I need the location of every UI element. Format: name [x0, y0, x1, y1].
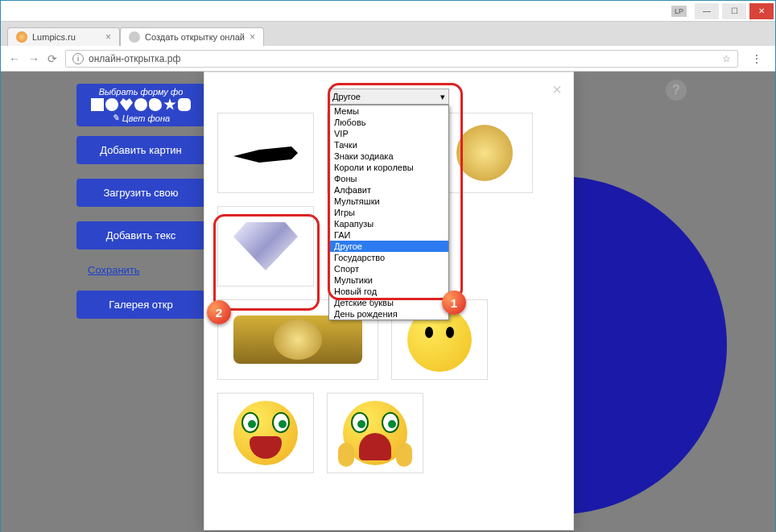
add-text-button[interactable]: Добавить текс	[76, 221, 205, 250]
shape-heart-icon[interactable]	[120, 98, 133, 111]
shape-blob-icon[interactable]	[149, 98, 162, 111]
shape-panel-title: Выбрать форму фо	[81, 87, 200, 97]
image-picker-modal: × Другое ▾ Мемы Любовь VIP Тачки Знаки з…	[204, 72, 574, 530]
background-color-link[interactable]: ✎ Цвет фона	[81, 113, 200, 123]
url-bar: ← → ⟳ i онлайн-открытка.рф ☆ ⋮	[1, 46, 775, 72]
bookmark-icon[interactable]: ☆	[722, 53, 731, 64]
dropdown-option[interactable]: Спорт	[329, 263, 448, 274]
browser-window: LP — ☐ ✕ Lumpics.ru × Создать открытку о…	[0, 0, 776, 532]
dropdown-option[interactable]: Алфавит	[329, 184, 448, 196]
shape-selector-panel[interactable]: Выбрать форму фо ✎ Цвет фона	[76, 84, 205, 126]
chevron-down-icon: ▾	[440, 92, 445, 102]
dropdown-option[interactable]: Мемы	[329, 105, 448, 117]
tab-title: Lumpics.ru	[32, 32, 76, 42]
dropdown-option[interactable]: Игры	[329, 207, 448, 218]
championship-belt-icon	[233, 315, 362, 364]
select-value: Другое	[332, 92, 361, 101]
dropdown-option[interactable]: Новый год	[329, 286, 448, 297]
back-button[interactable]: ←	[9, 52, 20, 65]
category-select[interactable]: Другое ▾	[328, 89, 449, 105]
tab-title: Создать открытку онлай	[145, 32, 245, 42]
gallery-button[interactable]: Галерея откр	[76, 291, 205, 319]
dropdown-option[interactable]: День рождения	[329, 308, 448, 320]
help-icon[interactable]: ?	[666, 80, 687, 101]
tab-close-icon[interactable]: ×	[250, 31, 255, 43]
category-select-wrap: Другое ▾ Мемы Любовь VIP Тачки Знаки зод…	[328, 89, 449, 105]
window-minimize-button[interactable]: —	[695, 3, 719, 19]
browser-tab-postcard[interactable]: Создать открытку онлай ×	[120, 27, 264, 46]
shape-circle-icon[interactable]	[105, 98, 118, 111]
emoji-surprised-icon	[233, 401, 298, 465]
dropdown-option[interactable]: Государство	[329, 252, 448, 263]
window-titlebar: LP — ☐ ✕	[1, 1, 775, 22]
address-input[interactable]: i онлайн-открытка.рф ☆	[65, 50, 738, 68]
shape-row	[81, 98, 200, 111]
reload-button[interactable]: ⟳	[47, 52, 57, 65]
annotation-badge-2: 2	[207, 300, 231, 324]
window-close-button[interactable]: ✕	[749, 3, 774, 19]
dropdown-option[interactable]: Мультяшки	[329, 196, 448, 207]
page-content: ? Выбрать форму фо ✎ Цвет фона	[1, 72, 775, 532]
dropdown-option[interactable]: Мультики	[329, 274, 448, 286]
diamond-icon	[233, 222, 298, 270]
dropdown-option-selected[interactable]: Другое	[329, 241, 448, 252]
dropdown-option[interactable]: Знаки зодиака	[329, 151, 448, 162]
image-option-emoji-scared[interactable]	[327, 393, 423, 473]
image-option-emoji-surprised[interactable]	[217, 393, 314, 473]
category-dropdown[interactable]: Мемы Любовь VIP Тачки Знаки зодиака Коро…	[328, 105, 449, 320]
pencil-icon: ✎	[112, 113, 119, 123]
modal-close-button[interactable]: ×	[552, 80, 562, 99]
dropdown-option[interactable]: Любовь	[329, 117, 448, 128]
dropdown-option[interactable]: Детские буквы	[329, 297, 448, 308]
annotation-badge-1: 1	[442, 291, 466, 315]
dropdown-option[interactable]: ГАИ	[329, 229, 448, 241]
dropdown-option[interactable]: Короли и королевы	[329, 162, 448, 173]
window-maximize-button[interactable]: ☐	[722, 3, 746, 19]
image-option-diamond[interactable]	[217, 206, 314, 287]
tab-close-icon[interactable]: ×	[105, 31, 111, 43]
dropdown-option[interactable]: Фоны	[329, 173, 448, 184]
dropdown-option[interactable]: VIP	[329, 128, 448, 139]
editor-sidebar: Выбрать форму фо ✎ Цвет фона Добавить ка…	[76, 84, 205, 333]
shape-oval-icon[interactable]	[134, 98, 147, 111]
image-option-helicopter[interactable]	[217, 113, 314, 193]
save-link[interactable]: Сохранить	[88, 264, 205, 276]
dropdown-option[interactable]: Тачки	[329, 139, 448, 151]
browser-tab-lumpics[interactable]: Lumpics.ru ×	[7, 27, 120, 46]
helicopter-icon	[233, 137, 298, 169]
shape-star-icon[interactable]	[163, 98, 176, 111]
add-image-button[interactable]: Добавить картин	[76, 136, 205, 164]
url-text: онлайн-открытка.рф	[89, 53, 180, 64]
tab-strip: Lumpics.ru × Создать открытку онлай ×	[1, 22, 775, 46]
shape-misc-icon[interactable]	[178, 98, 191, 111]
shape-square-icon[interactable]	[91, 98, 104, 111]
favicon-icon	[16, 31, 27, 43]
emoji-scared-icon	[343, 401, 407, 465]
browser-menu-button[interactable]: ⋮	[746, 52, 767, 65]
forward-button[interactable]: →	[28, 52, 39, 65]
image-option-gold-seal[interactable]	[436, 113, 533, 193]
dropdown-option[interactable]: Карапузы	[329, 218, 448, 229]
user-badge[interactable]: LP	[671, 6, 687, 17]
upload-own-button[interactable]: Загрузить свою	[76, 179, 205, 207]
gold-seal-icon	[456, 125, 513, 181]
site-info-icon[interactable]: i	[72, 53, 84, 64]
favicon-icon	[129, 31, 140, 43]
